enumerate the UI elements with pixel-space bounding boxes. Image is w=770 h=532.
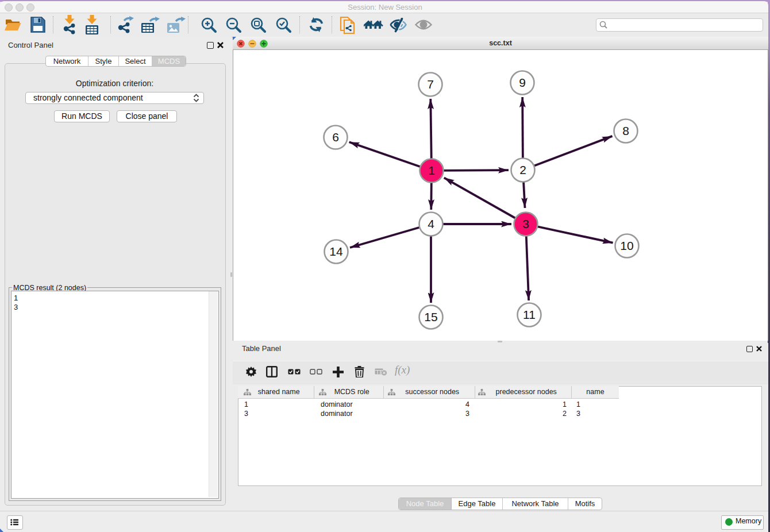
svg-text:10: 10 <box>620 239 633 252</box>
svg-text:6: 6 <box>332 130 339 144</box>
svg-text:7: 7 <box>427 78 434 91</box>
svg-text:8: 8 <box>622 124 629 137</box>
svg-text:1: 1 <box>428 164 435 177</box>
svg-text:3: 3 <box>522 217 529 230</box>
svg-text:2: 2 <box>519 163 526 176</box>
svg-text:4: 4 <box>428 217 434 230</box>
svg-text:15: 15 <box>424 310 437 323</box>
svg-text:11: 11 <box>523 308 536 321</box>
svg-text:9: 9 <box>519 76 526 89</box>
svg-text:14: 14 <box>329 245 343 258</box>
